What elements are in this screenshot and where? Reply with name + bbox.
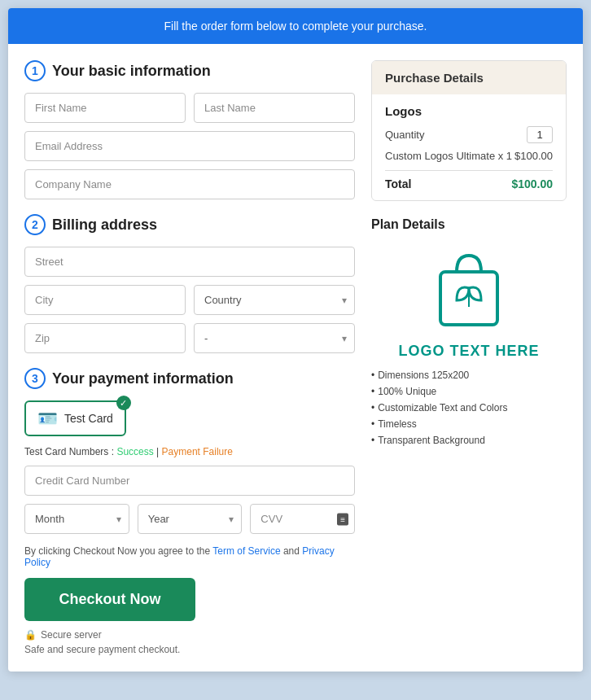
zip-state-row: - <box>24 323 355 353</box>
cvv-group: ≡ <box>250 504 355 534</box>
cvv-icon: ≡ <box>337 513 348 525</box>
year-group: Year <box>138 504 243 534</box>
year-select[interactable]: Year <box>138 504 243 534</box>
section1-number: 1 <box>24 60 46 81</box>
logo-svg-container <box>371 243 567 333</box>
first-name-input[interactable] <box>24 93 186 123</box>
street-group <box>24 247 355 277</box>
name-row <box>24 93 355 123</box>
item-row: Custom Logos Ultimate x 1 $100.00 <box>385 150 553 162</box>
last-name-group <box>194 93 355 123</box>
state-select[interactable]: - <box>194 323 355 353</box>
email-group <box>24 131 355 161</box>
feature-item: 100% Unique <box>371 386 567 397</box>
total-row: Total $100.00 <box>385 177 553 190</box>
purchase-header: Purchase Details <box>372 61 566 94</box>
feature-item: Transparent Background <box>371 435 567 446</box>
tos-link[interactable]: Term of Service <box>212 545 280 557</box>
month-select[interactable]: Month <box>24 504 129 534</box>
company-group <box>24 169 355 199</box>
feature-item: Dimensions 125x200 <box>371 370 567 381</box>
zip-input[interactable] <box>24 323 186 353</box>
logo-text: LOGO TEXT HERE <box>371 343 567 360</box>
zip-group <box>24 323 186 353</box>
secure-subtext: Safe and secure payment checkout. <box>24 644 355 655</box>
test-card-hint: Test Card Numbers : Success | Payment Fa… <box>24 446 355 457</box>
credit-card-input[interactable] <box>24 466 355 496</box>
total-price: $100.00 <box>511 177 553 190</box>
section3-title: 3 Your payment information <box>24 368 355 389</box>
terms-and: and <box>283 545 302 557</box>
first-name-group <box>24 93 186 123</box>
check-badge: ✓ <box>116 396 131 410</box>
purchase-section-title: Logos <box>385 104 553 118</box>
right-column: Purchase Details Logos Quantity 1 Custom… <box>371 60 567 655</box>
section1-label: Your basic information <box>52 63 211 80</box>
page-wrapper: Fill the order form below to complete yo… <box>8 8 583 672</box>
plan-details: Plan Details LOGO TEXT HERE <box>371 217 567 446</box>
card-option[interactable]: 🪪 Test Card ✓ <box>24 400 126 436</box>
company-input[interactable] <box>24 169 355 199</box>
logo-svg <box>428 243 510 333</box>
item-price: $100.00 <box>514 150 553 162</box>
section2-number: 2 <box>24 214 46 235</box>
left-column: 1 Your basic information 2 Billin <box>24 60 355 655</box>
city-input[interactable] <box>24 285 186 315</box>
street-input[interactable] <box>24 247 355 277</box>
section2-title: 2 Billing address <box>24 214 355 235</box>
section1-title: 1 Your basic information <box>24 60 355 81</box>
section3-number: 3 <box>24 368 46 389</box>
top-banner: Fill the order form below to complete yo… <box>8 8 583 44</box>
feature-item: Timeless <box>371 418 567 430</box>
terms-text: By clicking Checkout Now you agree to th… <box>24 545 355 568</box>
month-group: Month <box>24 504 129 534</box>
city-country-row: Country <box>24 285 355 315</box>
feature-item: Customizable Text and Colors <box>371 402 567 413</box>
country-select[interactable]: Country <box>194 285 355 315</box>
features-list: Dimensions 125x200100% UniqueCustomizabl… <box>371 370 567 446</box>
secure-server-text: Secure server <box>41 629 102 641</box>
quantity-row: Quantity 1 <box>385 126 553 143</box>
last-name-input[interactable] <box>194 93 355 123</box>
email-input[interactable] <box>24 131 355 161</box>
success-link[interactable]: Success <box>116 446 153 457</box>
quantity-value: 1 <box>527 126 553 143</box>
main-content: 1 Your basic information 2 Billin <box>8 44 583 672</box>
card-label: Test Card <box>64 412 113 425</box>
test-card-label: Test Card Numbers : <box>24 446 116 457</box>
secure-line: 🔒 Secure server <box>24 629 355 641</box>
secure-info: 🔒 Secure server Safe and secure payment … <box>24 629 355 655</box>
total-label: Total <box>385 177 411 190</box>
card-icon: 🪪 <box>37 409 58 428</box>
state-group: - <box>194 323 355 353</box>
expiry-cvv-row: Month Year ≡ <box>24 504 355 534</box>
failure-link[interactable]: Payment Failure <box>162 446 233 457</box>
city-group <box>24 285 186 315</box>
item-name: Custom Logos Ultimate x 1 <box>385 150 512 162</box>
lock-icon: 🔒 <box>24 629 37 641</box>
purchase-body: Logos Quantity 1 Custom Logos Ultimate x… <box>372 94 566 200</box>
plan-details-title: Plan Details <box>371 217 567 232</box>
country-group: Country <box>194 285 355 315</box>
divider <box>385 170 553 171</box>
section2-label: Billing address <box>52 217 157 234</box>
quantity-label: Quantity <box>385 129 424 141</box>
banner-text: Fill the order form below to complete yo… <box>164 20 427 33</box>
section3-label: Your payment information <box>52 370 234 387</box>
checkout-button[interactable]: Checkout Now <box>24 578 195 621</box>
purchase-box: Purchase Details Logos Quantity 1 Custom… <box>371 60 567 201</box>
terms-prefix: By clicking Checkout Now you agree to th… <box>24 545 212 557</box>
credit-card-group <box>24 466 355 496</box>
